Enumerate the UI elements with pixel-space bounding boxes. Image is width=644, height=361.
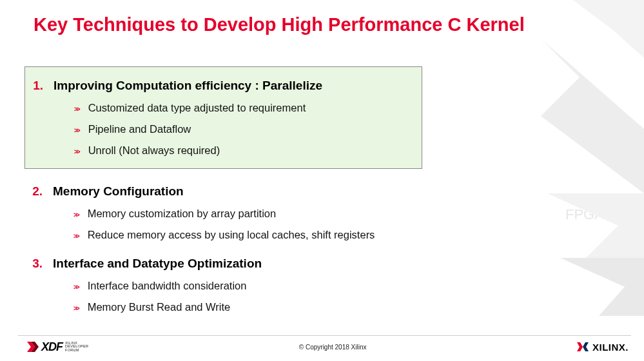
section-2: 2. Memory Configuration >> Memory custom… <box>24 184 437 241</box>
bullet-item: >> Customized data type adjusted to requ… <box>25 102 414 114</box>
xilinx-text: XILINX. <box>592 342 629 353</box>
xdf-text: XDF <box>41 340 63 354</box>
section-number: 3. <box>24 257 53 271</box>
section-number: 2. <box>24 184 53 199</box>
double-chevron-icon: >> <box>74 106 79 113</box>
double-chevron-icon: >> <box>73 211 79 219</box>
svg-marker-6 <box>577 342 583 351</box>
bullet-text: Unroll (Not always required) <box>88 144 220 157</box>
xdf-sub-line: FORUM <box>65 349 88 353</box>
xdf-chevron-icon <box>27 342 39 352</box>
xdf-logo: XDF XILINX DEVELOPER FORUM <box>27 340 88 354</box>
bullet-text: Customized data type adjusted to require… <box>88 102 306 114</box>
bullet-item: >> Pipeline and Dataflow <box>25 123 414 135</box>
bullet-item: >> Memory customization by array partiti… <box>24 208 437 220</box>
double-chevron-icon: >> <box>74 148 79 155</box>
bullet-item: >> Unroll (Not always required) <box>25 144 414 157</box>
double-chevron-icon: >> <box>74 127 79 134</box>
bullet-item: >> Memory Burst Read and Write <box>24 301 437 313</box>
bullet-item: >> Interface bandwidth consideration <box>24 280 437 292</box>
double-chevron-icon: >> <box>73 233 79 240</box>
footer-divider <box>18 335 631 336</box>
xilinx-logo: XILINX. <box>577 342 629 353</box>
footer: XDF XILINX DEVELOPER FORUM © Copyright 2… <box>0 338 644 361</box>
bullet-text: Memory customization by array partition <box>88 208 277 220</box>
double-chevron-icon: >> <box>73 305 79 312</box>
section-1: 1. Improving Computation efficiency : Pa… <box>24 66 422 169</box>
bullet-item: >> Reduce memory access by using local c… <box>24 229 437 241</box>
section-heading: Improving Computation efficiency : Paral… <box>54 79 322 93</box>
bullet-text: Reduce memory access by using local cach… <box>88 229 375 241</box>
slide-title: Key Techniques to Develop High Performan… <box>0 0 644 35</box>
section-number: 1. <box>25 79 54 93</box>
bullet-text: Interface bandwidth consideration <box>88 280 247 292</box>
content-area: 1. Improving Computation efficiency : Pa… <box>0 35 644 313</box>
section-3: 3. Interface and Datatype Optimization >… <box>24 257 437 313</box>
xdf-subtitle: XILINX DEVELOPER FORUM <box>65 342 88 353</box>
xilinx-mark-icon <box>577 342 589 351</box>
svg-marker-7 <box>583 342 589 351</box>
section-heading: Memory Configuration <box>53 184 184 199</box>
bullet-text: Memory Burst Read and Write <box>88 301 231 313</box>
bullet-text: Pipeline and Dataflow <box>88 123 191 135</box>
double-chevron-icon: >> <box>73 284 79 291</box>
copyright-text: © Copyright 2018 Xilinx <box>299 344 367 351</box>
section-heading: Interface and Datatype Optimization <box>53 257 262 271</box>
